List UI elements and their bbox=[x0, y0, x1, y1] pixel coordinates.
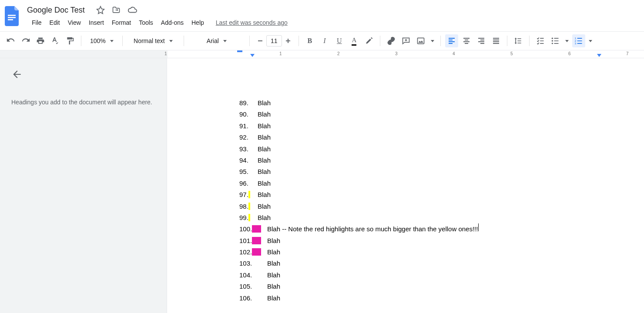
add-comment-button[interactable] bbox=[399, 34, 413, 47]
separator bbox=[249, 36, 250, 46]
numbered-list-button[interactable]: 123 bbox=[572, 34, 585, 47]
fontsize-group bbox=[254, 34, 294, 47]
chevron-down-icon bbox=[169, 40, 173, 42]
text-color-button[interactable]: A bbox=[348, 34, 361, 47]
paint-format-button[interactable] bbox=[64, 34, 77, 47]
list-number: 91. bbox=[239, 120, 258, 132]
separator bbox=[507, 36, 507, 46]
menu-tools[interactable]: Tools bbox=[135, 17, 157, 29]
line-text: Blah bbox=[258, 143, 271, 155]
document-line[interactable]: 90. Blah bbox=[239, 109, 644, 120]
menu-edit[interactable]: Edit bbox=[46, 17, 64, 29]
document-line[interactable]: 106. Blah bbox=[239, 293, 644, 304]
line-spacing-button[interactable] bbox=[512, 34, 525, 47]
document-line[interactable]: 104. Blah bbox=[239, 270, 644, 281]
docs-logo[interactable] bbox=[4, 6, 20, 27]
document-line[interactable]: 93. Blah bbox=[239, 143, 644, 155]
document-line[interactable]: 101. Blah bbox=[239, 235, 644, 246]
outline-collapse-button[interactable] bbox=[11, 69, 155, 80]
highlight-span bbox=[252, 225, 261, 233]
document-line[interactable]: 103. Blah bbox=[239, 258, 644, 269]
fontsize-input[interactable] bbox=[266, 35, 282, 47]
print-button[interactable] bbox=[34, 34, 47, 47]
last-edit-link[interactable]: Last edit was seconds ago bbox=[216, 19, 288, 26]
document-line[interactable]: 96. Blah bbox=[239, 178, 644, 189]
line-text: Blah bbox=[258, 212, 271, 223]
line-text: Blah bbox=[258, 166, 271, 177]
document-line[interactable]: 92. Blah bbox=[239, 132, 644, 143]
italic-button[interactable]: I bbox=[318, 34, 331, 47]
list-number: 95. bbox=[239, 166, 258, 177]
highlight-button[interactable] bbox=[362, 34, 376, 47]
fontsize-decrease[interactable] bbox=[254, 34, 266, 47]
line-text: Blah bbox=[258, 189, 271, 200]
bulleted-list-dropdown[interactable] bbox=[564, 34, 570, 47]
align-center-button[interactable] bbox=[460, 34, 473, 47]
line-text: Blah bbox=[267, 270, 280, 281]
undo-button[interactable] bbox=[4, 34, 17, 47]
list-number: 96. bbox=[239, 178, 258, 189]
zoom-dropdown[interactable]: 100% bbox=[86, 34, 118, 47]
separator bbox=[81, 36, 81, 46]
document-line[interactable]: 97. Blah bbox=[239, 189, 644, 200]
svg-rect-0 bbox=[8, 15, 16, 16]
bulleted-list-button[interactable] bbox=[549, 34, 562, 47]
menu-format[interactable]: Format bbox=[108, 17, 135, 29]
move-icon[interactable] bbox=[112, 6, 121, 14]
menu-addons[interactable]: Add-ons bbox=[157, 17, 188, 29]
align-justify-button[interactable] bbox=[490, 34, 503, 47]
document-line[interactable]: 99. Blah bbox=[239, 212, 644, 223]
line-text: Blah bbox=[267, 258, 280, 269]
list-number: 105. bbox=[239, 281, 267, 292]
font-dropdown[interactable]: Arial bbox=[188, 34, 245, 47]
spellcheck-button[interactable] bbox=[49, 34, 62, 47]
underline-button[interactable]: U bbox=[333, 34, 346, 47]
document-line[interactable]: 91. Blah bbox=[239, 120, 644, 132]
insert-link-button[interactable] bbox=[385, 34, 398, 47]
separator bbox=[122, 36, 123, 46]
menu-view[interactable]: View bbox=[64, 17, 85, 29]
document-line[interactable]: 89. Blah bbox=[239, 97, 644, 109]
svg-point-8 bbox=[551, 40, 553, 41]
redo-button[interactable] bbox=[19, 34, 32, 47]
list-number: 98. bbox=[239, 201, 258, 212]
list-number: 101. bbox=[239, 235, 267, 246]
line-text: Blah bbox=[267, 281, 280, 292]
checklist-button[interactable] bbox=[534, 34, 547, 47]
highlight-span bbox=[252, 248, 261, 256]
line-text: Blah bbox=[258, 97, 271, 109]
menu-insert[interactable]: Insert bbox=[85, 17, 108, 29]
document-page[interactable]: 89. Blah90. Blah91. Blah92. Blah93. Blah… bbox=[167, 58, 644, 313]
svg-rect-1 bbox=[8, 17, 16, 18]
numbered-list-dropdown[interactable] bbox=[587, 34, 594, 47]
fontsize-increase[interactable] bbox=[282, 34, 294, 47]
menu-file[interactable]: File bbox=[28, 17, 46, 29]
separator bbox=[299, 36, 299, 46]
document-line[interactable]: 100. Blah -- Note the red highlights are… bbox=[239, 223, 644, 235]
cloud-icon[interactable] bbox=[127, 6, 137, 14]
document-line[interactable]: 105. Blah bbox=[239, 281, 644, 292]
separator bbox=[380, 36, 380, 46]
bold-button[interactable]: B bbox=[303, 34, 316, 47]
highlight-span bbox=[248, 191, 250, 198]
menu-help[interactable]: Help bbox=[188, 17, 208, 29]
document-title[interactable]: Google Doc Test bbox=[24, 5, 87, 16]
ruler[interactable]: 1 1 2 3 4 5 6 7 bbox=[0, 50, 644, 58]
document-line[interactable]: 95. Blah bbox=[239, 166, 644, 177]
align-left-button[interactable] bbox=[445, 34, 458, 47]
insert-image-button[interactable] bbox=[414, 34, 427, 47]
document-line[interactable]: 98. Blah bbox=[239, 201, 644, 212]
separator bbox=[529, 36, 530, 46]
image-dropdown[interactable] bbox=[429, 34, 436, 47]
svg-text:3: 3 bbox=[575, 42, 576, 45]
line-text: Blah bbox=[258, 120, 271, 132]
toolbar: 100% Normal text Arial B I U A 123 bbox=[0, 31, 644, 50]
line-text: Blah bbox=[258, 201, 271, 212]
document-line[interactable]: 102. Blah bbox=[239, 246, 644, 258]
align-right-button[interactable] bbox=[475, 34, 488, 47]
page-scroll-area[interactable]: 89. Blah90. Blah91. Blah92. Blah93. Blah… bbox=[167, 58, 644, 313]
line-text: Blah bbox=[258, 155, 271, 166]
star-icon[interactable] bbox=[96, 6, 105, 14]
style-dropdown[interactable]: Normal text bbox=[127, 34, 179, 47]
document-line[interactable]: 94. Blah bbox=[239, 155, 644, 166]
